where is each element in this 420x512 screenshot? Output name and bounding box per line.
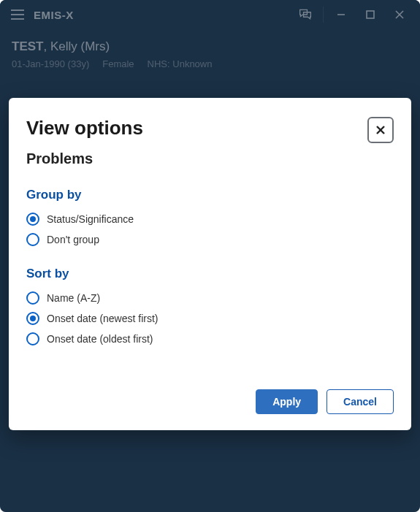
view-options-dialog: View options Problems Group by Status/Si…: [9, 98, 411, 430]
radio-dont-group[interactable]: Don't group: [26, 233, 394, 246]
app-window: EMIS-X TEST, Kelly (Mrs) 01-Jan-1990 (33…: [0, 0, 420, 512]
radio-icon: [26, 233, 39, 246]
radio-icon: [26, 213, 39, 226]
radio-onset-newest[interactable]: Onset date (newest first): [26, 312, 394, 325]
dialog-close-button[interactable]: [367, 117, 394, 143]
dialog-footer: Apply Cancel: [26, 389, 394, 414]
radio-label: Don't group: [47, 234, 99, 245]
cancel-button[interactable]: Cancel: [327, 389, 394, 414]
radio-onset-oldest[interactable]: Onset date (oldest first): [26, 332, 394, 345]
dialog-title: View options: [26, 117, 367, 140]
radio-icon: [26, 332, 39, 345]
radio-name-az[interactable]: Name (A-Z): [26, 291, 394, 305]
group-by-title: Group by: [26, 188, 394, 202]
sort-by-title: Sort by: [26, 267, 394, 281]
radio-status-significance[interactable]: Status/Significance: [26, 213, 394, 226]
close-icon: [375, 124, 386, 136]
radio-icon: [26, 312, 39, 325]
group-by-options: Status/Significance Don't group: [26, 213, 394, 246]
dialog-subtitle: Problems: [26, 150, 394, 167]
radio-label: Onset date (oldest first): [47, 333, 153, 345]
radio-icon: [26, 291, 39, 305]
radio-label: Onset date (newest first): [47, 313, 159, 324]
apply-button[interactable]: Apply: [256, 389, 318, 414]
sort-by-options: Name (A-Z) Onset date (newest first) Ons…: [26, 291, 394, 345]
radio-label: Status/Significance: [47, 213, 134, 225]
radio-label: Name (A-Z): [47, 292, 100, 304]
